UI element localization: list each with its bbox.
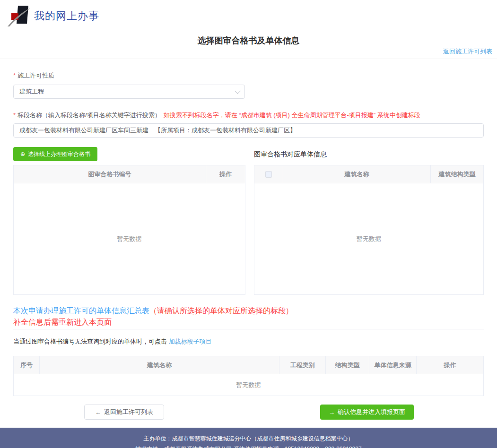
- arrow-left-icon: ←: [95, 409, 101, 416]
- page-head: 选择图审合格书及单体信息 返回施工许可列表: [0, 28, 497, 59]
- required-asterisk: *: [13, 112, 16, 119]
- unit-panel-title: 图审合格书对应单体信息: [254, 150, 327, 158]
- empty-placeholder: 暂无数据: [357, 235, 381, 243]
- checkbox-header-cell: [254, 165, 283, 183]
- main-content: *施工许可性质 建筑工程 *标段名称（输入标段名称/项目名称关键字进行搜索）如搜…: [0, 71, 497, 420]
- page-title: 选择图审合格书及单体信息: [13, 35, 484, 46]
- mid-left: ⊕ 选择线上办理图审合格书: [13, 147, 245, 161]
- unit-table-header: 建筑名称 建筑结构类型: [254, 165, 483, 183]
- footer-line1: 主办单位：成都市智慧蓉城住建城运分中心（成都市住房和城乡建设信息档案中心）: [0, 433, 497, 444]
- chevron-down-icon: [235, 88, 241, 94]
- column-header-structure-type: 建筑结构类型: [431, 165, 483, 183]
- mid-row: ⊕ 选择线上办理图审合格书 图审合格书对应单体信息: [13, 147, 484, 161]
- footer-line2: 技术支持：成都秦枫系统集成有限公司 系统使用指导电话：18512846089、0…: [0, 444, 497, 448]
- plus-circle-icon: ⊕: [20, 151, 25, 157]
- column-header-building-name: 建筑名称: [283, 165, 431, 183]
- column-header-operation: 操作: [417, 356, 483, 374]
- summary-table: 序号 建筑名称 工程类别 结构类型 单体信息来源 操作 暂无数据: [13, 356, 484, 396]
- summary-title: 本次申请办理施工许可的单体信息汇总表（请确认所选择的单体对应所选择的标段）: [13, 305, 484, 317]
- summary-table-header: 序号 建筑名称 工程类别 结构类型 单体信息来源 操作: [14, 356, 483, 374]
- app-header: 我的网上办事: [0, 0, 497, 28]
- column-header-structure-type: 结构类型: [326, 356, 369, 374]
- section-name-label: *标段名称（输入标段名称/项目名称关键字进行搜索）如搜索不到标段名字，请在 “成…: [13, 111, 484, 120]
- permit-nature-value: 建筑工程: [19, 87, 235, 96]
- unit-table: 建筑名称 建筑结构类型 暂无数据: [254, 165, 484, 295]
- column-header-cert-number: 图审合格书编号: [14, 165, 206, 183]
- note-text: 当通过图审合格书编号无法查询到对应的单体时，可点击: [13, 338, 169, 345]
- select-certificate-button[interactable]: ⊕ 选择线上办理图审合格书: [13, 147, 97, 161]
- section-name-input[interactable]: [13, 123, 484, 138]
- arrow-right-icon: →: [329, 409, 335, 416]
- permit-nature-label: *施工许可性质: [13, 71, 484, 80]
- column-header-index: 序号: [14, 356, 40, 374]
- summary-heading: 本次申请办理施工许可的单体信息汇总表（请确认所选择的单体对应所选择的标段） 补全…: [13, 305, 484, 329]
- mid-right: 图审合格书对应单体信息: [254, 150, 484, 159]
- back-button[interactable]: ← 返回施工许可列表: [84, 405, 164, 420]
- note-row: 当通过图审合格书编号无法查询到对应的单体时，可点击 加载标段子项目: [13, 337, 484, 346]
- section-name-tip: 如搜索不到标段名字，请在 “成都市建筑 (项目) 全生命周期管理平台-项目报建”…: [164, 112, 420, 119]
- app-title: 我的网上办事: [34, 9, 99, 23]
- empty-placeholder: 暂无数据: [236, 381, 261, 389]
- select-all-checkbox[interactable]: [265, 171, 272, 178]
- certificate-table-body: 暂无数据: [14, 183, 245, 294]
- certificate-table: 图审合格书编号 操作 暂无数据: [13, 165, 245, 295]
- column-header-unit-info-source: 单体信息来源: [369, 356, 417, 374]
- back-to-permit-list-link[interactable]: 返回施工许可列表: [443, 47, 492, 56]
- app-logo-icon: [7, 5, 31, 27]
- tables-row: 图审合格书编号 操作 暂无数据 建筑名称 建筑结构类型 暂无数据: [13, 165, 484, 295]
- unit-table-body: 暂无数据: [254, 183, 483, 294]
- summary-subtitle: 补全信息后需重新进入本页面: [13, 317, 484, 328]
- certificate-table-header: 图审合格书编号 操作: [14, 165, 245, 183]
- page-footer: 主办单位：成都市智慧蓉城住建城运分中心（成都市住房和城乡建设信息档案中心） 技术…: [0, 428, 497, 448]
- permit-nature-select[interactable]: 建筑工程: [13, 85, 245, 99]
- column-header-building-name: 建筑名称: [40, 356, 279, 374]
- bottom-button-row: ← 返回施工许可列表 → 确认信息并进入填报页面: [13, 405, 484, 420]
- summary-table-body: 暂无数据: [14, 374, 483, 396]
- column-header-project-category: 工程类别: [279, 356, 326, 374]
- load-sub-project-link[interactable]: 加载标段子项目: [169, 338, 212, 345]
- column-header-operation: 操作: [206, 165, 245, 183]
- confirm-button[interactable]: → 确认信息并进入填报页面: [320, 405, 414, 420]
- empty-placeholder: 暂无数据: [117, 235, 142, 243]
- required-asterisk: *: [13, 72, 16, 79]
